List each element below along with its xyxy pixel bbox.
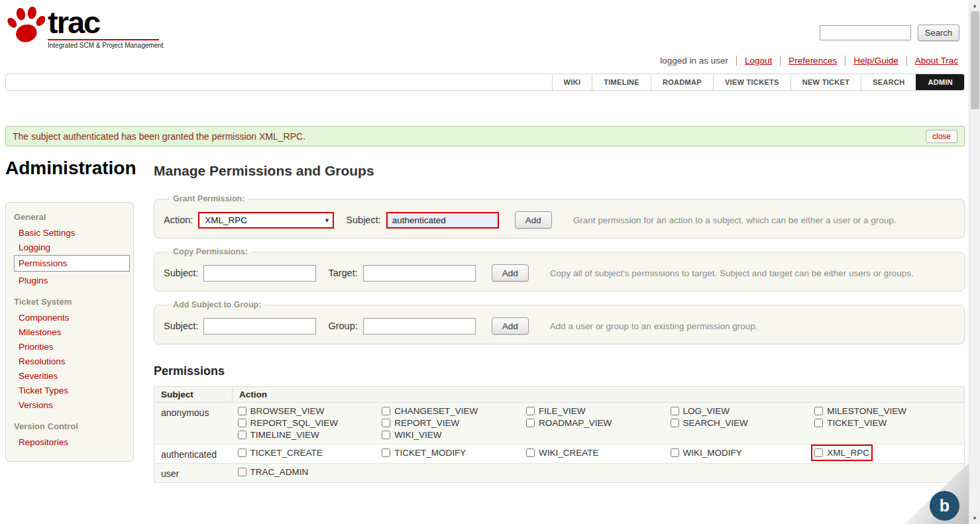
- checkbox-wiki-modify[interactable]: [671, 448, 679, 457]
- permission-item-trac-admin[interactable]: TRAC_ADMIN: [238, 467, 309, 477]
- trac-logo[interactable]: trac Integrated SCM & Project Management: [5, 5, 164, 49]
- sidebar-item-versions[interactable]: Versions: [14, 398, 53, 412]
- scroll-up-arrow-icon[interactable]: ▲: [969, 0, 980, 11]
- sidebar-item-permissions[interactable]: Permissions: [14, 255, 130, 272]
- sidebar-item-repositories[interactable]: Repositories: [14, 435, 68, 449]
- permission-item-file-view[interactable]: FILE_VIEW: [526, 406, 586, 416]
- permission-item-changeset-view[interactable]: CHANGESET_VIEW: [382, 406, 478, 416]
- metanav-link-about-trac[interactable]: About Trac: [915, 56, 958, 66]
- group-subject-input[interactable]: [203, 318, 316, 335]
- permission-item-browser-view[interactable]: BROWSER_VIEW: [238, 406, 325, 416]
- metanav-link-help-guide[interactable]: Help/Guide: [853, 56, 898, 66]
- permission-item-roadmap-view[interactable]: ROADMAP_VIEW: [526, 418, 612, 428]
- permission-item-timeline-view[interactable]: TIMELINE_VIEW: [238, 430, 319, 440]
- search-button[interactable]: Search: [918, 25, 959, 41]
- scroll-down-arrow-icon[interactable]: ▼: [969, 513, 980, 524]
- permissions-row-user: userTRAC_ADMIN: [154, 464, 965, 483]
- permission-item-xml-rpc[interactable]: XML_RPC: [814, 448, 869, 458]
- checkbox-wiki-view[interactable]: [382, 431, 390, 439]
- checkbox-ticket-create[interactable]: [238, 448, 246, 457]
- checkbox-file-view[interactable]: [526, 407, 535, 415]
- subject-cell: user: [154, 464, 233, 483]
- sidebar-item-milestones[interactable]: Milestones: [14, 325, 62, 339]
- permission-item-wiki-create[interactable]: WIKI_CREATE: [526, 448, 599, 458]
- sidebar-item-severities[interactable]: Severities: [14, 369, 58, 383]
- copy-subject-input[interactable]: [203, 265, 316, 282]
- grant-add-button[interactable]: Add: [515, 211, 552, 229]
- sidebar-item-priorities[interactable]: Priorities: [14, 340, 54, 354]
- checkbox-xml-rpc[interactable]: [814, 448, 823, 457]
- checkbox-browser-view[interactable]: [238, 407, 246, 415]
- tab-search[interactable]: SEARCH: [861, 74, 916, 90]
- copy-target-input[interactable]: [363, 265, 476, 282]
- checkbox-wiki-create[interactable]: [526, 448, 535, 457]
- permission-item-milestone-view[interactable]: MILESTONE_VIEW: [814, 406, 906, 416]
- logo-rule: [48, 39, 159, 40]
- tab-new-ticket[interactable]: NEW TICKET: [790, 74, 861, 90]
- permission-item-ticket-modify[interactable]: TICKET_MODIFY: [382, 448, 466, 458]
- group-help-text: Add a user or group to an existing permi…: [550, 321, 758, 331]
- sidebar-item-plugins[interactable]: Plugins: [14, 274, 48, 288]
- tab-view-tickets[interactable]: VIEW TICKETS: [713, 74, 790, 90]
- group-add-button[interactable]: Add: [492, 317, 529, 335]
- copy-add-button[interactable]: Add: [492, 264, 529, 282]
- sidebar-item-logging[interactable]: Logging: [14, 240, 50, 254]
- checkbox-timeline-view[interactable]: [238, 431, 246, 439]
- scrollbar-thumb[interactable]: [971, 11, 979, 109]
- actions-grid: TRAC_ADMIN: [238, 467, 959, 477]
- chevron-down-icon: ▾: [325, 216, 329, 225]
- action-label: Action:: [164, 215, 193, 225]
- permission-item-report-view[interactable]: REPORT_VIEW: [382, 418, 459, 428]
- checkbox-milestone-view[interactable]: [814, 407, 823, 415]
- permission-item-wiki-modify[interactable]: WIKI_MODIFY: [671, 448, 742, 458]
- metanav: logged in as user LogoutPreferencesHelp/…: [660, 56, 958, 66]
- permission-item-ticket-create[interactable]: TICKET_CREATE: [238, 448, 323, 458]
- close-button[interactable]: close: [926, 130, 957, 143]
- tab-wiki[interactable]: WIKI: [552, 74, 592, 90]
- metanav-link-preferences[interactable]: Preferences: [789, 56, 837, 66]
- action-select[interactable]: XML_RPC ▾: [198, 212, 334, 229]
- sidebar-item-components[interactable]: Components: [14, 311, 70, 325]
- permissions-row-authenticated: authenticatedTICKET_CREATETICKET_MODIFYW…: [154, 445, 965, 464]
- metanav-separator: [780, 56, 781, 66]
- checkbox-report-view[interactable]: [382, 419, 390, 427]
- permissions-heading: Permissions: [154, 364, 965, 378]
- checkbox-roadmap-view[interactable]: [526, 419, 535, 427]
- checkbox-ticket-modify[interactable]: [382, 448, 390, 457]
- checkbox-report-sql-view[interactable]: [238, 419, 246, 427]
- permission-label: BROWSER_VIEW: [250, 406, 325, 416]
- search-input[interactable]: [820, 25, 911, 40]
- content-title: Manage Permissions and Groups: [154, 163, 965, 179]
- copy-subject-label: Subject:: [164, 268, 198, 278]
- checkbox-log-view[interactable]: [671, 407, 679, 415]
- checkbox-ticket-view[interactable]: [814, 419, 823, 427]
- permission-item-wiki-view[interactable]: WIKI_VIEW: [382, 430, 441, 440]
- tab-roadmap[interactable]: ROADMAP: [651, 74, 713, 90]
- checkbox-changeset-view[interactable]: [382, 407, 390, 415]
- sidebar-item-basic-settings[interactable]: Basic Settings: [14, 226, 76, 240]
- permission-label: CHANGESET_VIEW: [394, 406, 478, 416]
- permission-item-log-view[interactable]: LOG_VIEW: [671, 406, 730, 416]
- checkbox-trac-admin[interactable]: [238, 468, 246, 476]
- page: trac Integrated SCM & Project Management…: [0, 0, 969, 524]
- metanav-link-logout[interactable]: Logout: [745, 56, 772, 66]
- grant-subject-input[interactable]: [386, 212, 499, 229]
- sidebar-item-resolutions[interactable]: Resolutions: [14, 354, 66, 368]
- permission-label: LOG_VIEW: [683, 406, 730, 416]
- actions-grid: BROWSER_VIEWCHANGESET_VIEWFILE_VIEWLOG_V…: [238, 406, 959, 440]
- group-input[interactable]: [363, 318, 476, 335]
- permission-item-search-view[interactable]: SEARCH_VIEW: [671, 418, 748, 428]
- tab-admin[interactable]: ADMIN: [916, 74, 964, 90]
- permission-label: TICKET_VIEW: [827, 418, 887, 428]
- permission-item-ticket-view[interactable]: TICKET_VIEW: [814, 418, 887, 428]
- vertical-scrollbar[interactable]: ▲ ▼: [969, 0, 980, 524]
- tab-timeline[interactable]: TIMELINE: [592, 74, 651, 90]
- permissions-table: Subject Action anonymousBROWSER_VIEWCHAN…: [154, 386, 965, 483]
- checkbox-search-view[interactable]: [671, 419, 679, 427]
- sidebar-list: Basic SettingsLoggingPermissionsPlugins: [14, 225, 125, 288]
- action-select-value: XML_RPC: [205, 215, 247, 225]
- sidebar-item-ticket-types[interactable]: Ticket Types: [14, 384, 68, 397]
- permission-item-report-sql-view[interactable]: REPORT_SQL_VIEW: [238, 418, 339, 428]
- actions-cell: BROWSER_VIEWCHANGESET_VIEWFILE_VIEWLOG_V…: [233, 403, 965, 445]
- permission-label: SEARCH_VIEW: [683, 418, 748, 428]
